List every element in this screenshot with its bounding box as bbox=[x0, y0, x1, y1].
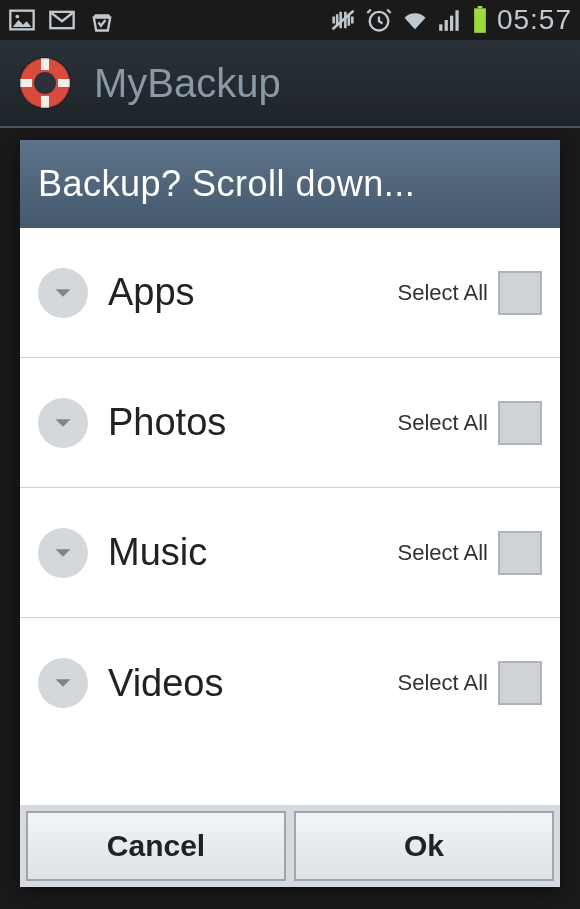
chevron-down-icon bbox=[48, 278, 78, 308]
select-all-checkbox-music[interactable] bbox=[498, 531, 542, 575]
status-time: 05:57 bbox=[497, 4, 572, 36]
playstore-icon bbox=[88, 6, 116, 34]
expand-button-videos[interactable] bbox=[38, 658, 88, 708]
category-row-apps: Apps Select All bbox=[20, 228, 560, 358]
select-all-label: Select All bbox=[398, 670, 489, 696]
lifebuoy-icon bbox=[18, 56, 72, 110]
gmail-icon bbox=[48, 6, 76, 34]
svg-rect-10 bbox=[474, 8, 486, 33]
category-label: Photos bbox=[108, 401, 378, 444]
chevron-down-icon bbox=[48, 408, 78, 438]
category-label: Music bbox=[108, 531, 378, 574]
select-all-group: Select All bbox=[398, 531, 543, 575]
select-all-label: Select All bbox=[398, 410, 489, 436]
app-title: MyBackup bbox=[94, 61, 281, 106]
chevron-down-icon bbox=[48, 538, 78, 568]
select-all-group: Select All bbox=[398, 271, 543, 315]
status-bar: 05:57 bbox=[0, 0, 580, 40]
select-all-label: Select All bbox=[398, 280, 489, 306]
svg-rect-15 bbox=[20, 79, 32, 87]
select-all-checkbox-apps[interactable] bbox=[498, 271, 542, 315]
svg-rect-14 bbox=[41, 96, 49, 108]
select-all-group: Select All bbox=[398, 661, 543, 705]
svg-rect-8 bbox=[455, 10, 458, 31]
status-left-icons bbox=[8, 6, 116, 34]
ok-button[interactable]: Ok bbox=[294, 811, 554, 881]
status-right-icons: 05:57 bbox=[329, 4, 572, 36]
expand-button-apps[interactable] bbox=[38, 268, 88, 318]
svg-point-12 bbox=[34, 72, 56, 94]
select-all-group: Select All bbox=[398, 401, 543, 445]
dialog-title: Backup? Scroll down... bbox=[20, 140, 560, 228]
svg-rect-5 bbox=[439, 24, 442, 31]
category-row-videos: Videos Select All bbox=[20, 618, 560, 748]
battery-icon bbox=[471, 6, 489, 34]
gallery-icon bbox=[8, 6, 36, 34]
signal-icon bbox=[437, 7, 463, 33]
dialog-body[interactable]: Apps Select All Photos Select All Music bbox=[20, 228, 560, 805]
select-all-label: Select All bbox=[398, 540, 489, 566]
app-header: MyBackup bbox=[0, 40, 580, 128]
chevron-down-icon bbox=[48, 668, 78, 698]
svg-line-3 bbox=[332, 11, 353, 30]
svg-rect-7 bbox=[450, 16, 453, 31]
svg-point-1 bbox=[15, 15, 19, 19]
select-all-checkbox-photos[interactable] bbox=[498, 401, 542, 445]
svg-rect-16 bbox=[58, 79, 70, 87]
category-row-photos: Photos Select All bbox=[20, 358, 560, 488]
alarm-icon bbox=[365, 6, 393, 34]
expand-button-photos[interactable] bbox=[38, 398, 88, 448]
vibrate-icon bbox=[329, 6, 357, 34]
dialog-footer: Cancel Ok bbox=[20, 805, 560, 887]
cancel-button[interactable]: Cancel bbox=[26, 811, 286, 881]
svg-rect-13 bbox=[41, 58, 49, 70]
wifi-icon bbox=[401, 6, 429, 34]
select-all-checkbox-videos[interactable] bbox=[498, 661, 542, 705]
category-label: Apps bbox=[108, 271, 378, 314]
category-row-music: Music Select All bbox=[20, 488, 560, 618]
svg-rect-9 bbox=[478, 6, 483, 8]
svg-rect-6 bbox=[445, 20, 448, 31]
category-label: Videos bbox=[108, 662, 378, 705]
backup-dialog: Backup? Scroll down... Apps Select All P… bbox=[20, 140, 560, 887]
expand-button-music[interactable] bbox=[38, 528, 88, 578]
